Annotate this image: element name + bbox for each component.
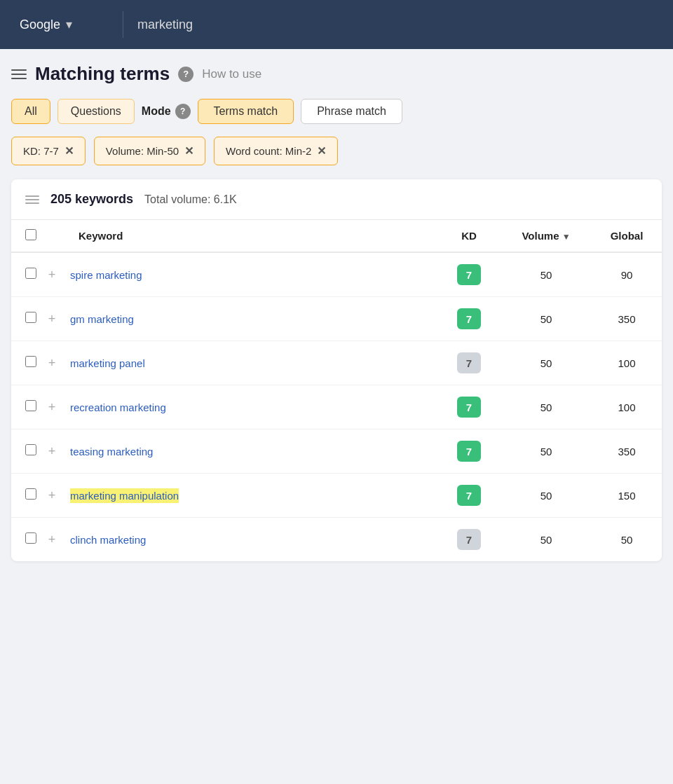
add-col-header	[39, 220, 64, 252]
search-engine-label: Google	[20, 18, 60, 32]
volume-filter-remove[interactable]: ✕	[184, 144, 193, 158]
keyword-link[interactable]: marketing panel	[70, 357, 145, 369]
mode-label: Mode ?	[142, 104, 191, 119]
results-header: 205 keywords Total volume: 6.1K	[11, 179, 662, 220]
plus-icon[interactable]: +	[48, 488, 56, 502]
volume-cell: 50	[501, 297, 592, 341]
keyword-cell: spire marketing	[64, 252, 437, 297]
keyword-link[interactable]: gm marketing	[70, 313, 134, 325]
kd-badge: 7	[457, 308, 481, 329]
plus-icon[interactable]: +	[48, 356, 56, 370]
help-icon[interactable]: ?	[178, 67, 193, 82]
add-keyword-cell[interactable]: +	[39, 429, 64, 474]
keyword-link[interactable]: recreation marketing	[70, 401, 166, 413]
global-cell: 90	[592, 252, 662, 297]
keyword-cell: gm marketing	[64, 297, 437, 341]
search-query-display: marketing	[123, 12, 207, 38]
kd-cell: 7	[437, 474, 501, 518]
hamburger-icon[interactable]	[11, 69, 27, 79]
table-row: +teasing marketing750350	[11, 429, 662, 474]
row-checkbox-cell[interactable]	[11, 252, 39, 297]
title-row: Matching terms ? How to use	[11, 63, 662, 85]
table-row: +clinch marketing75050	[11, 518, 662, 562]
volume-filter-label: Volume: Min-50	[106, 145, 179, 157]
questions-filter-button[interactable]: Questions	[57, 99, 135, 124]
total-volume: Total volume: 6.1K	[144, 193, 237, 206]
wordcount-filter-remove[interactable]: ✕	[317, 144, 326, 158]
active-filters-row: KD: 7-7 ✕ Volume: Min-50 ✕ Word count: M…	[11, 137, 662, 165]
search-engine-select[interactable]: Google ▾	[11, 11, 123, 38]
row-checkbox-cell[interactable]	[11, 518, 39, 562]
volume-sort-arrow: ▼	[562, 232, 571, 242]
main-content: Matching terms ? How to use All Question…	[0, 49, 673, 575]
plus-icon[interactable]: +	[48, 268, 56, 282]
keywords-table: Keyword KD Volume ▼ Global +spire market…	[11, 220, 662, 561]
row-checkbox[interactable]	[25, 488, 36, 500]
page-title: Matching terms	[35, 63, 170, 85]
kd-cell: 7	[437, 429, 501, 474]
row-checkbox-cell[interactable]	[11, 341, 39, 385]
kd-badge: 7	[457, 264, 481, 285]
kd-badge: 7	[457, 529, 481, 550]
kd-badge: 7	[457, 485, 481, 506]
volume-cell: 50	[501, 385, 592, 429]
global-cell: 100	[592, 341, 662, 385]
row-checkbox[interactable]	[25, 444, 36, 455]
global-cell: 350	[592, 429, 662, 474]
row-checkbox-cell[interactable]	[11, 474, 39, 518]
row-checkbox[interactable]	[25, 356, 36, 367]
global-cell: 150	[592, 474, 662, 518]
keyword-highlight: marketing manipulation	[70, 488, 179, 503]
row-checkbox-cell[interactable]	[11, 297, 39, 341]
select-all-checkbox-header[interactable]	[11, 220, 39, 252]
kd-badge: 7	[457, 441, 481, 462]
keyword-cell: clinch marketing	[64, 518, 437, 562]
all-filter-button[interactable]: All	[11, 99, 50, 124]
wordcount-filter-label: Word count: Min-2	[226, 145, 311, 157]
plus-icon[interactable]: +	[48, 444, 56, 458]
table-row: +recreation marketing750100	[11, 385, 662, 429]
add-keyword-cell[interactable]: +	[39, 518, 64, 562]
kd-badge: 7	[457, 352, 481, 373]
plus-icon[interactable]: +	[48, 400, 56, 414]
add-keyword-cell[interactable]: +	[39, 341, 64, 385]
keyword-link[interactable]: marketing manipulation	[70, 488, 179, 503]
terms-match-button[interactable]: Terms match	[198, 99, 294, 124]
global-col-header: Global	[592, 220, 662, 252]
global-cell: 350	[592, 297, 662, 341]
kd-col-header: KD	[437, 220, 501, 252]
row-checkbox[interactable]	[25, 532, 36, 544]
keyword-link[interactable]: spire marketing	[70, 269, 142, 281]
row-checkbox-cell[interactable]	[11, 385, 39, 429]
add-keyword-cell[interactable]: +	[39, 474, 64, 518]
mode-help-icon[interactable]: ?	[175, 104, 191, 119]
select-all-checkbox[interactable]	[25, 229, 36, 240]
keyword-link[interactable]: clinch marketing	[70, 534, 146, 546]
row-checkbox[interactable]	[25, 400, 36, 411]
global-cell: 100	[592, 385, 662, 429]
plus-icon[interactable]: +	[48, 312, 56, 326]
keyword-cell: marketing panel	[64, 341, 437, 385]
table-header-row: Keyword KD Volume ▼ Global	[11, 220, 662, 252]
phrase-match-button[interactable]: Phrase match	[301, 99, 402, 124]
row-checkbox[interactable]	[25, 312, 36, 323]
plus-icon[interactable]: +	[48, 532, 56, 546]
kd-cell: 7	[437, 252, 501, 297]
row-checkbox[interactable]	[25, 268, 36, 279]
how-to-use-link[interactable]: How to use	[202, 67, 261, 81]
volume-col-header[interactable]: Volume ▼	[501, 220, 592, 252]
kd-badge: 7	[457, 397, 481, 418]
row-checkbox-cell[interactable]	[11, 429, 39, 474]
add-keyword-cell[interactable]: +	[39, 252, 64, 297]
keyword-cell: teasing marketing	[64, 429, 437, 474]
results-sort-icon[interactable]	[25, 195, 39, 204]
kd-filter-remove[interactable]: ✕	[64, 144, 74, 158]
add-keyword-cell[interactable]: +	[39, 297, 64, 341]
volume-cell: 50	[501, 518, 592, 562]
filter-row: All Questions Mode ? Terms match Phrase …	[11, 99, 662, 124]
kd-filter-label: KD: 7-7	[23, 145, 59, 157]
add-keyword-cell[interactable]: +	[39, 385, 64, 429]
volume-filter-tag: Volume: Min-50 ✕	[94, 137, 205, 165]
table-row: +marketing panel750100	[11, 341, 662, 385]
keyword-link[interactable]: teasing marketing	[70, 446, 153, 458]
